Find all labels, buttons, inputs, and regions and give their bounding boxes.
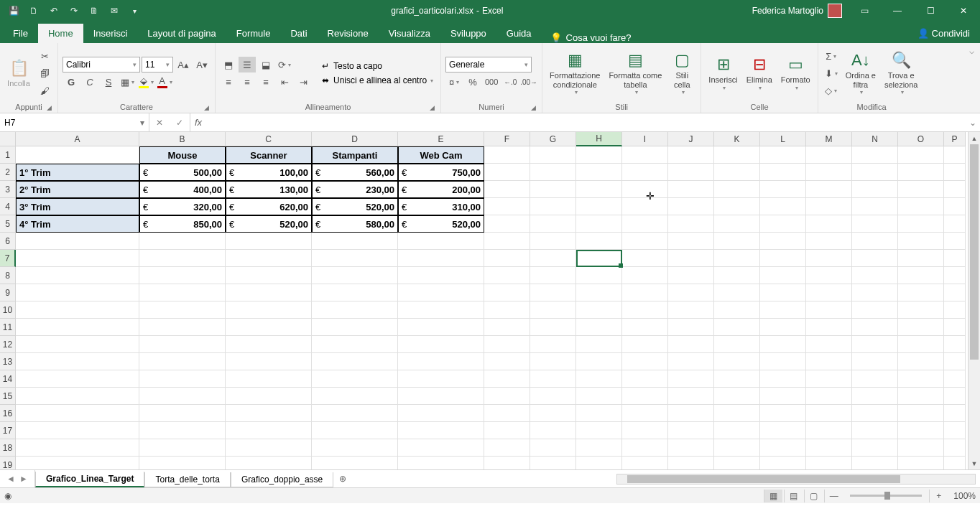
cell-M6[interactable]: [806, 233, 852, 250]
cell-G2[interactable]: [530, 164, 576, 181]
vscroll-thumb[interactable]: [970, 144, 979, 360]
cell-F16[interactable]: [484, 405, 530, 422]
cell-C17[interactable]: [226, 422, 312, 439]
sheet-nav-prev-button[interactable]: ◄: [4, 474, 17, 484]
cell-A11[interactable]: [16, 319, 139, 336]
cell-A10[interactable]: [16, 301, 139, 319]
cell-F7[interactable]: [484, 250, 530, 267]
cell-L14[interactable]: [760, 370, 806, 388]
cell-E17[interactable]: [398, 422, 484, 439]
cell-E6[interactable]: [398, 233, 484, 250]
row-header-5[interactable]: 5: [0, 215, 16, 233]
zoom-in-button[interactable]: +: [929, 490, 948, 502]
cell-O19[interactable]: [898, 457, 944, 469]
cell-J4[interactable]: [668, 198, 714, 215]
cell-H9[interactable]: [576, 284, 622, 301]
cell-P1[interactable]: [944, 146, 966, 164]
cell-B15[interactable]: [139, 388, 226, 405]
tab-inserisci[interactable]: Inserisci: [83, 24, 138, 43]
format-cells-button[interactable]: ▭Formato: [778, 48, 813, 98]
sheet-tab-grafico_linea_target[interactable]: Grafico_Linea_Target: [35, 472, 144, 487]
cell-K12[interactable]: [714, 336, 760, 353]
normal-view-button[interactable]: ▦: [764, 490, 782, 502]
row-header-10[interactable]: 10: [0, 301, 16, 319]
row-header-2[interactable]: 2: [0, 164, 16, 181]
cell-K13[interactable]: [714, 353, 760, 370]
cell-L3[interactable]: [760, 181, 806, 198]
row-header-13[interactable]: 13: [0, 353, 16, 370]
col-header-M[interactable]: M: [806, 132, 852, 146]
align-right-button[interactable]: ≡: [257, 74, 274, 90]
cell-C3[interactable]: €130,00: [226, 181, 312, 198]
insert-cells-button[interactable]: ⊞Inserisci: [706, 48, 740, 98]
row-header-12[interactable]: 12: [0, 336, 16, 353]
cell-L4[interactable]: [760, 198, 806, 215]
cell-B7[interactable]: [139, 250, 226, 267]
row-header-14[interactable]: 14: [0, 370, 16, 388]
cell-I8[interactable]: [622, 267, 668, 284]
cell-H15[interactable]: [576, 388, 622, 405]
italic-button[interactable]: C: [81, 74, 98, 90]
tab-revisione[interactable]: Revisione: [318, 24, 379, 43]
cell-L16[interactable]: [760, 405, 806, 422]
row-header-11[interactable]: 11: [0, 319, 16, 336]
cell-O7[interactable]: [898, 250, 944, 267]
cell-L8[interactable]: [760, 267, 806, 284]
cell-N13[interactable]: [852, 353, 898, 370]
cell-J1[interactable]: [668, 146, 714, 164]
tab-layout-di-pagina[interactable]: Layout di pagina: [137, 24, 226, 43]
cell-D9[interactable]: [312, 284, 398, 301]
cell-A9[interactable]: [16, 284, 139, 301]
cell-N16[interactable]: [852, 405, 898, 422]
cell-G7[interactable]: [530, 250, 576, 267]
col-header-J[interactable]: J: [668, 132, 714, 146]
sheet-tab-torta_delle_torta[interactable]: Torta_delle_torta: [144, 472, 230, 487]
cell-A4[interactable]: 3° Trim: [16, 198, 139, 215]
col-header-F[interactable]: F: [484, 132, 530, 146]
cell-M16[interactable]: [806, 405, 852, 422]
cell-G16[interactable]: [530, 405, 576, 422]
row-header-4[interactable]: 4: [0, 198, 16, 215]
cell-A18[interactable]: [16, 439, 139, 457]
cell-O15[interactable]: [898, 388, 944, 405]
font-color-button[interactable]: A: [156, 74, 173, 90]
cell-J16[interactable]: [668, 405, 714, 422]
cell-N17[interactable]: [852, 422, 898, 439]
cell-F6[interactable]: [484, 233, 530, 250]
cell-N6[interactable]: [852, 233, 898, 250]
cell-D12[interactable]: [312, 336, 398, 353]
cell-E8[interactable]: [398, 267, 484, 284]
cell-N18[interactable]: [852, 439, 898, 457]
cell-N12[interactable]: [852, 336, 898, 353]
format-painter-button[interactable]: 🖌: [36, 83, 53, 98]
cell-H17[interactable]: [576, 422, 622, 439]
cell-M10[interactable]: [806, 301, 852, 319]
cell-I5[interactable]: [622, 215, 668, 233]
enter-formula-button[interactable]: ✓: [170, 113, 190, 131]
autosum-button[interactable]: Σ: [823, 48, 840, 64]
cell-A3[interactable]: 2° Trim: [16, 181, 139, 198]
cell-B3[interactable]: €400,00: [139, 181, 226, 198]
cell-G1[interactable]: [530, 146, 576, 164]
cell-C16[interactable]: [226, 405, 312, 422]
cell-P11[interactable]: [944, 319, 966, 336]
cell-J8[interactable]: [668, 267, 714, 284]
cell-E16[interactable]: [398, 405, 484, 422]
row-header-8[interactable]: 8: [0, 267, 16, 284]
cell-D16[interactable]: [312, 405, 398, 422]
cell-D14[interactable]: [312, 370, 398, 388]
cell-O5[interactable]: [898, 215, 944, 233]
cell-N1[interactable]: [852, 146, 898, 164]
col-header-C[interactable]: C: [226, 132, 312, 146]
cell-I16[interactable]: [622, 405, 668, 422]
cell-B10[interactable]: [139, 301, 226, 319]
cell-M8[interactable]: [806, 267, 852, 284]
cell-O9[interactable]: [898, 284, 944, 301]
cell-D17[interactable]: [312, 422, 398, 439]
cell-M4[interactable]: [806, 198, 852, 215]
cell-H6[interactable]: [576, 233, 622, 250]
cell-C4[interactable]: €620,00: [226, 198, 312, 215]
cell-H5[interactable]: [576, 215, 622, 233]
cell-C19[interactable]: [226, 457, 312, 469]
maximize-button[interactable]: ☐: [914, 0, 947, 22]
